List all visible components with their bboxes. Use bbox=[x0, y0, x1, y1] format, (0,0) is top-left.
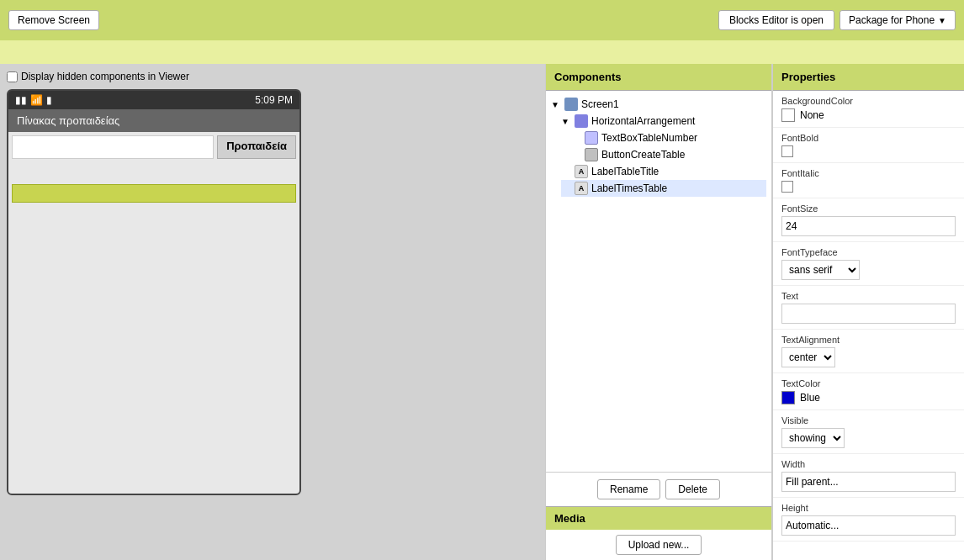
text-alignment-select[interactable]: center left right bbox=[781, 347, 835, 367]
prop-visible: Visible showing hidden bbox=[773, 410, 964, 454]
tree-item-button[interactable]: ButtonCreateTable bbox=[571, 146, 766, 163]
text-color-text: Blue bbox=[800, 392, 820, 404]
package-label: Package for Phone bbox=[849, 14, 935, 26]
tree-label-textbox: TextBoxTableNumber bbox=[601, 132, 697, 144]
top-bar-left: Remove Screen bbox=[8, 10, 99, 30]
properties-panel: Properties BackgroundColor None FontBold… bbox=[772, 64, 964, 560]
phone-input-row: Προπαιδεία bbox=[12, 135, 296, 159]
text-input[interactable] bbox=[781, 304, 956, 324]
components-actions: Rename Delete bbox=[546, 472, 771, 506]
font-size-input[interactable] bbox=[781, 216, 956, 236]
phone-status-icons: ▮▮ 📶 ▮ bbox=[15, 94, 52, 106]
package-for-phone-button[interactable]: Package for Phone ▼ bbox=[840, 10, 956, 30]
phone-icon1: ▮▮ bbox=[15, 94, 27, 106]
display-hidden-row: Display hidden components in Viewer bbox=[7, 71, 538, 82]
phone-app-title: Πίνακας προπαιδείας bbox=[17, 114, 119, 127]
prop-text: Text bbox=[773, 286, 964, 330]
background-color-swatch bbox=[781, 108, 795, 122]
blocks-editor-button[interactable]: Blocks Editor is open bbox=[718, 10, 834, 30]
display-hidden-checkbox[interactable] bbox=[7, 71, 18, 82]
phone-icon3: ▮ bbox=[46, 94, 52, 106]
tree-label-horiz: HorizontalArrangement bbox=[591, 115, 695, 127]
top-bar-right: Blocks Editor is open Package for Phone … bbox=[718, 10, 956, 30]
tree-item-horiz[interactable]: ▼ HorizontalArrangement bbox=[561, 113, 766, 129]
textbox-icon bbox=[585, 131, 598, 145]
horiz-icon bbox=[575, 114, 588, 128]
rename-button[interactable]: Rename bbox=[597, 479, 660, 499]
display-hidden-label: Display hidden components in Viewer bbox=[21, 71, 189, 82]
phone-textbox-preview bbox=[12, 135, 214, 159]
tree-label-button: ButtonCreateTable bbox=[601, 149, 685, 161]
tree-toggle-screen1[interactable]: ▼ bbox=[551, 100, 561, 109]
second-bar bbox=[0, 40, 964, 64]
prop-height-label: Height bbox=[781, 503, 956, 513]
width-input[interactable] bbox=[781, 472, 956, 492]
package-arrow-icon: ▼ bbox=[938, 16, 946, 25]
screen-icon bbox=[564, 98, 578, 111]
visible-select[interactable]: showing hidden bbox=[781, 428, 845, 448]
prop-text-color-label: TextColor bbox=[781, 378, 956, 388]
properties-header: Properties bbox=[773, 64, 964, 91]
prop-text-color-value[interactable]: Blue bbox=[781, 391, 956, 404]
label-times-icon: A bbox=[575, 182, 588, 195]
upload-new-button[interactable]: Upload new... bbox=[616, 535, 702, 555]
prop-font-italic: FontItalic bbox=[773, 163, 964, 198]
tree-item-screen1[interactable]: ▼ Screen1 bbox=[551, 96, 766, 113]
background-color-text: None bbox=[800, 109, 824, 121]
prop-font-italic-label: FontItalic bbox=[781, 168, 956, 178]
tree-item-labeltitle[interactable]: A LabelTableTitle bbox=[561, 163, 766, 180]
prop-font-bold-label: FontBold bbox=[781, 133, 956, 143]
tree-item-labeltimes[interactable]: A LabelTimesTable bbox=[561, 180, 766, 197]
tree-toggle-horiz[interactable]: ▼ bbox=[561, 117, 571, 126]
phone-title-bar: Πίνακας προπαιδείας bbox=[8, 109, 299, 132]
text-color-swatch bbox=[781, 391, 795, 404]
phone-content: Προπαιδεία bbox=[8, 132, 299, 494]
prop-text-alignment-label: TextAlignment bbox=[781, 335, 956, 345]
prop-background-color: BackgroundColor None bbox=[773, 91, 964, 128]
prop-visible-label: Visible bbox=[781, 415, 956, 425]
components-panel: Components ▼ Screen1 ▼ HorizontalArrange… bbox=[545, 64, 772, 560]
prop-width-label: Width bbox=[781, 459, 956, 469]
label-title-icon: A bbox=[575, 165, 588, 178]
phone-icon2: 📶 bbox=[30, 94, 43, 106]
button-icon bbox=[585, 148, 598, 161]
tree-label-labeltimes: LabelTimesTable bbox=[591, 182, 667, 194]
prop-text-label: Text bbox=[781, 291, 956, 301]
main-layout: Display hidden components in Viewer ▮▮ 📶… bbox=[0, 64, 964, 560]
phone-label-times-preview bbox=[12, 184, 296, 203]
prop-text-color: TextColor Blue bbox=[773, 373, 964, 410]
prop-font-bold-value bbox=[781, 145, 956, 157]
prop-height: Height bbox=[773, 498, 964, 542]
prop-font-size: FontSize bbox=[773, 198, 964, 242]
media-actions: Upload new... bbox=[546, 530, 771, 560]
media-section: Media bbox=[546, 506, 771, 530]
prop-background-color-label: BackgroundColor bbox=[781, 96, 956, 106]
tree-item-textbox[interactable]: TextBoxTableNumber bbox=[571, 129, 766, 146]
prop-background-color-value[interactable]: None bbox=[781, 108, 956, 122]
top-bar: Remove Screen Blocks Editor is open Pack… bbox=[0, 0, 964, 40]
phone-time: 5:09 PM bbox=[255, 94, 293, 106]
prop-text-alignment: TextAlignment center left right bbox=[773, 330, 964, 373]
viewer-panel: Display hidden components in Viewer ▮▮ 📶… bbox=[0, 64, 545, 560]
prop-font-italic-value bbox=[781, 181, 956, 193]
prop-font-size-label: FontSize bbox=[781, 203, 956, 214]
font-bold-checkbox[interactable] bbox=[781, 145, 793, 157]
font-typeface-select[interactable]: sans serif serif monospace bbox=[781, 260, 860, 280]
components-header: Components bbox=[546, 64, 771, 91]
phone-status-bar: ▮▮ 📶 ▮ 5:09 PM bbox=[8, 91, 299, 109]
phone-button-label: Προπαιδεία bbox=[226, 140, 287, 152]
phone-button-preview: Προπαιδεία bbox=[217, 135, 296, 159]
prop-font-bold: FontBold bbox=[773, 128, 964, 163]
prop-font-typeface-label: FontTypeface bbox=[781, 247, 956, 257]
components-tree: ▼ Screen1 ▼ HorizontalArrangement TextBo… bbox=[546, 91, 771, 472]
tree-label-labeltitle: LabelTableTitle bbox=[591, 166, 659, 177]
remove-screen-button[interactable]: Remove Screen bbox=[8, 10, 99, 30]
tree-label-screen1: Screen1 bbox=[581, 98, 619, 110]
prop-font-typeface: FontTypeface sans serif serif monospace bbox=[773, 242, 964, 286]
phone-frame: ▮▮ 📶 ▮ 5:09 PM Πίνακας προπαιδείας Προπα… bbox=[7, 89, 301, 495]
prop-width: Width bbox=[773, 454, 964, 498]
font-italic-checkbox[interactable] bbox=[781, 181, 793, 193]
height-input[interactable] bbox=[781, 515, 956, 536]
phone-label-title-preview bbox=[12, 164, 296, 181]
delete-button[interactable]: Delete bbox=[665, 479, 720, 499]
